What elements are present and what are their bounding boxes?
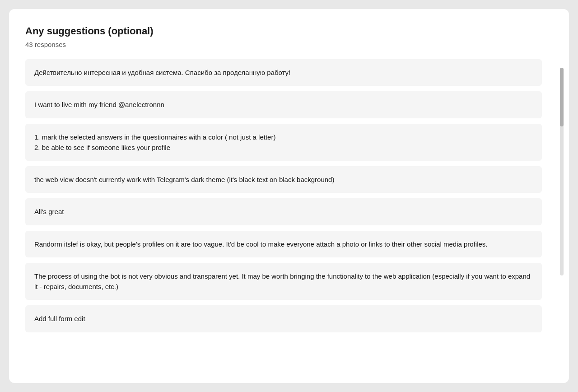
list-item: I want to live mith my friend @anelectro…: [25, 91, 542, 118]
response-count: 43 responses: [25, 41, 551, 48]
list-item: the web view doesn't currently work with…: [25, 166, 542, 193]
scrollbar-track: [560, 68, 564, 275]
list-item: 1. mark the selected answers in the ques…: [25, 124, 542, 161]
list-item: Randorm itslef is okay, but people's pro…: [25, 231, 542, 257]
list-item: Add full form edit: [25, 305, 542, 332]
list-item: The process of using the bot is not very…: [25, 263, 542, 300]
list-item: Действительно интересная и удобная систе…: [25, 59, 542, 86]
card-title: Any suggestions (optional): [25, 25, 551, 37]
scrollbar-thumb[interactable]: [560, 68, 564, 126]
survey-card: Any suggestions (optional) 43 responses …: [9, 9, 569, 383]
responses-list: Действительно интересная и удобная систе…: [25, 59, 551, 338]
list-item: All's great: [25, 198, 542, 225]
